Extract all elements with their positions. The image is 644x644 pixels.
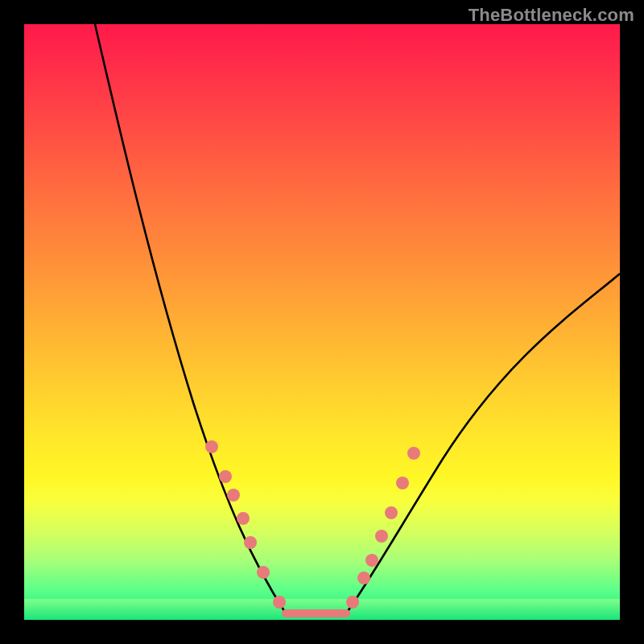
marker-dot (375, 530, 388, 543)
marker-dot (227, 489, 240, 502)
marker-dot (346, 596, 359, 609)
marker-dot (205, 440, 218, 453)
markers-right (346, 447, 420, 609)
curve-left-branch (95, 24, 286, 613)
marker-dot (219, 470, 232, 483)
marker-dot (365, 554, 378, 567)
marker-dot (385, 506, 398, 519)
chart-svg (24, 24, 620, 620)
marker-dot (237, 512, 250, 525)
marker-dot (357, 572, 370, 584)
watermark-text: TheBottleneck.com (469, 5, 634, 26)
plot-area (24, 24, 620, 620)
marker-dot (396, 477, 409, 489)
marker-dot (273, 596, 286, 609)
marker-dot (407, 447, 420, 460)
marker-dot (244, 536, 257, 549)
markers-left (205, 440, 286, 609)
chart-frame: TheBottleneck.com (0, 0, 644, 644)
curve-right-branch (346, 274, 620, 613)
marker-dot (257, 566, 270, 579)
